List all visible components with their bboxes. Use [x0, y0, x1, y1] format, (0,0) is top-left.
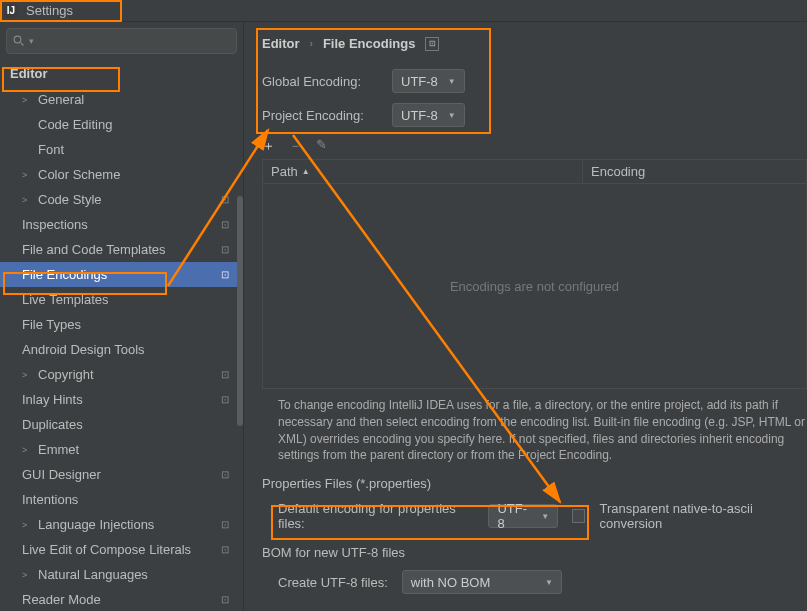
chevron-right-icon: >	[22, 195, 27, 205]
tree-item-label: General	[38, 92, 84, 107]
tree-item-label: Emmet	[38, 442, 79, 457]
tree-item[interactable]: >General	[0, 87, 239, 112]
tree-item[interactable]: >Natural Languages	[0, 562, 239, 587]
tree-item-label: Color Scheme	[38, 167, 120, 182]
column-path[interactable]: Path ▲	[263, 160, 583, 183]
sidebar-scrollbar[interactable]	[237, 196, 243, 426]
sort-asc-icon: ▲	[302, 167, 310, 176]
chevron-right-icon: >	[22, 95, 27, 105]
tree-item[interactable]: Duplicates	[0, 412, 239, 437]
titlebar: IJ Settings	[0, 0, 807, 22]
chevron-right-icon: >	[22, 170, 27, 180]
tree-item[interactable]: Inspections⊡	[0, 212, 239, 237]
tree-item-label: Inspections	[22, 217, 88, 232]
breadcrumb: Editor › File Encodings ⊡	[262, 36, 807, 51]
bom-section-label: BOM for new UTF-8 files	[262, 545, 807, 560]
chevron-right-icon: ›	[310, 38, 313, 49]
tree-item-label: Natural Languages	[38, 567, 148, 582]
window-title: Settings	[26, 3, 73, 18]
tree-item[interactable]: File and Code Templates⊡	[0, 237, 239, 262]
svg-point-0	[14, 36, 21, 43]
properties-encoding-value: UTF-8	[497, 501, 531, 531]
tree-item[interactable]: >Code Style⊡	[0, 187, 239, 212]
tree-item-label: Duplicates	[22, 417, 83, 432]
reset-icon[interactable]: ⊡	[425, 37, 439, 51]
properties-default-label: Default encoding for properties files:	[278, 501, 474, 531]
app-icon: IJ	[4, 4, 18, 18]
transparent-checkbox[interactable]	[572, 509, 585, 523]
column-encoding[interactable]: Encoding	[583, 160, 653, 183]
properties-section-label: Properties Files (*.properties)	[262, 476, 807, 491]
tree-item[interactable]: File Encodings⊡	[0, 262, 239, 287]
tree-item-label: Intentions	[22, 492, 78, 507]
tree-item-label: Android Design Tools	[22, 342, 145, 357]
project-badge-icon: ⊡	[221, 244, 229, 255]
chevron-down-icon: ▼	[448, 77, 456, 86]
chevron-right-icon: >	[22, 370, 27, 380]
global-encoding-value: UTF-8	[401, 74, 438, 89]
tree-item[interactable]: Intentions	[0, 487, 239, 512]
project-badge-icon: ⊡	[221, 594, 229, 605]
project-badge-icon: ⊡	[221, 269, 229, 280]
help-text: To change encoding IntelliJ IDEA uses fo…	[278, 397, 807, 464]
tree-item[interactable]: File Types	[0, 312, 239, 337]
tree-item-label: Language Injections	[38, 517, 154, 532]
chevron-right-icon: >	[22, 570, 27, 580]
tree-item-label: Copyright	[38, 367, 94, 382]
tree-item[interactable]: >Emmet	[0, 437, 239, 462]
edit-icon: ✎	[316, 137, 327, 155]
bom-value: with NO BOM	[411, 575, 490, 590]
project-encoding-label: Project Encoding:	[262, 108, 392, 123]
table-toolbar: ＋ － ✎	[262, 137, 807, 155]
tree-item[interactable]: Live Templates	[0, 287, 239, 312]
global-encoding-dropdown[interactable]: UTF-8 ▼	[392, 69, 465, 93]
project-badge-icon: ⊡	[221, 369, 229, 380]
project-badge-icon: ⊡	[221, 394, 229, 405]
chevron-right-icon: >	[22, 520, 27, 530]
tree-item-label: GUI Designer	[22, 467, 101, 482]
tree-item-label: Reader Mode	[22, 592, 101, 607]
chevron-down-icon: ▼	[545, 578, 553, 587]
project-badge-icon: ⊡	[221, 194, 229, 205]
breadcrumb-root[interactable]: Editor	[262, 36, 300, 51]
search-chevron-icon: ▾	[29, 36, 34, 46]
tree-item-label: Inlay Hints	[22, 392, 83, 407]
project-badge-icon: ⊡	[221, 219, 229, 230]
tree-item[interactable]: >Copyright⊡	[0, 362, 239, 387]
tree-item-label: Live Templates	[22, 292, 108, 307]
tree-item-label: File Encodings	[22, 267, 107, 282]
sidebar: ▾ Editor >GeneralCode EditingFont>Color …	[0, 22, 244, 611]
tree-item[interactable]: Font	[0, 137, 239, 162]
tree-item[interactable]: Inlay Hints⊡	[0, 387, 239, 412]
transparent-label: Transparent native-to-ascii conversion	[599, 501, 807, 531]
tree-item[interactable]: GUI Designer⊡	[0, 462, 239, 487]
bom-dropdown[interactable]: with NO BOM ▼	[402, 570, 562, 594]
settings-tree: Editor >GeneralCode EditingFont>Color Sc…	[0, 60, 243, 611]
tree-item[interactable]: >Language Injections⊡	[0, 512, 239, 537]
project-encoding-dropdown[interactable]: UTF-8 ▼	[392, 103, 465, 127]
project-badge-icon: ⊡	[221, 519, 229, 530]
tree-item-label: Code Editing	[38, 117, 112, 132]
add-icon[interactable]: ＋	[262, 137, 275, 155]
search-icon	[13, 35, 25, 47]
tree-item[interactable]: Live Edit of Compose Literals⊡	[0, 537, 239, 562]
project-encoding-value: UTF-8	[401, 108, 438, 123]
tree-item[interactable]: Reader Mode⊡	[0, 587, 239, 611]
global-encoding-label: Global Encoding:	[262, 74, 392, 89]
search-input[interactable]: ▾	[6, 28, 237, 54]
breadcrumb-leaf: File Encodings	[323, 36, 415, 51]
chevron-down-icon: ▼	[541, 512, 549, 521]
bom-create-label: Create UTF-8 files:	[278, 575, 388, 590]
tree-section-header[interactable]: Editor	[0, 60, 239, 87]
encodings-table: Path ▲ Encoding Encodings are not config…	[262, 159, 807, 389]
project-badge-icon: ⊡	[221, 469, 229, 480]
tree-item-label: Code Style	[38, 192, 102, 207]
tree-item-label: File and Code Templates	[22, 242, 166, 257]
tree-item[interactable]: Code Editing	[0, 112, 239, 137]
properties-encoding-dropdown[interactable]: UTF-8 ▼	[488, 504, 558, 528]
tree-item[interactable]: Android Design Tools	[0, 337, 239, 362]
remove-icon: －	[289, 137, 302, 155]
tree-item[interactable]: >Color Scheme	[0, 162, 239, 187]
chevron-right-icon: >	[22, 445, 27, 455]
tree-item-label: Font	[38, 142, 64, 157]
